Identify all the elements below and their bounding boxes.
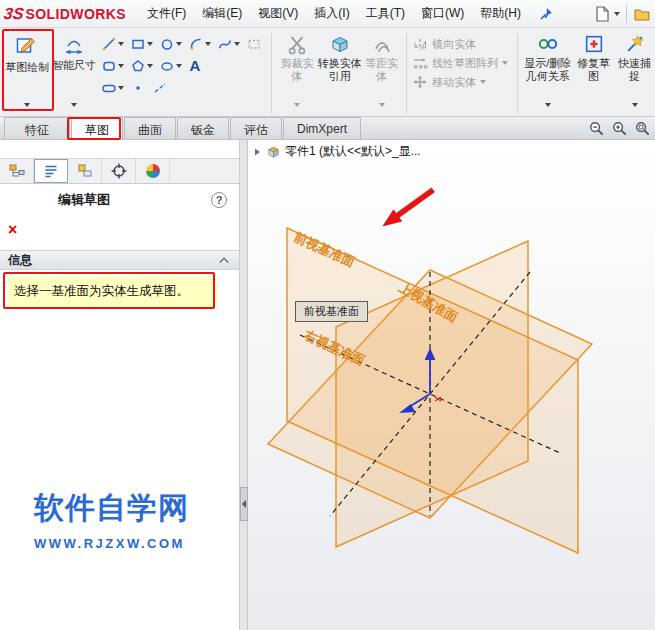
menu-window[interactable]: 窗口(W) bbox=[414, 1, 471, 26]
linear-pattern-dropdown-icon bbox=[502, 61, 508, 65]
new-document-icon[interactable] bbox=[593, 5, 611, 23]
zoom-out-icon[interactable] bbox=[588, 120, 605, 137]
circle-dropdown-icon[interactable] bbox=[176, 42, 182, 46]
feature-tree-root[interactable]: 零件1 (默认<<默认>_显... bbox=[252, 143, 421, 160]
3ds-logo-icon: 3S bbox=[3, 5, 25, 23]
displaymanager-tab-icon bbox=[144, 162, 162, 180]
move-entities-button[interactable]: 移动实体 bbox=[412, 74, 511, 90]
sketch-icon bbox=[14, 33, 40, 59]
ribbon-divider bbox=[406, 33, 407, 113]
tab-sketch[interactable]: 草图 bbox=[71, 117, 123, 139]
open-document-icon[interactable] bbox=[633, 5, 651, 23]
tree-expand-icon[interactable] bbox=[252, 147, 262, 157]
solidworks-logo: 3S SOLIDWORKS bbox=[4, 5, 126, 23]
zoom-area-icon[interactable] bbox=[634, 120, 651, 137]
relations-dropdown-icon[interactable] bbox=[545, 103, 551, 107]
spline-tool[interactable] bbox=[215, 34, 242, 54]
sketch-dropdown-icon[interactable] bbox=[24, 103, 30, 107]
message-group-header[interactable]: 信息 bbox=[0, 250, 239, 270]
pin-menu-icon[interactable] bbox=[538, 6, 554, 22]
status-message: 选择一基准面为实体生成草图。 bbox=[8, 276, 217, 307]
move-entities-label: 移动实体 bbox=[432, 75, 476, 90]
ellipse-tool[interactable] bbox=[157, 56, 184, 76]
polygon-dropdown-icon[interactable] bbox=[147, 64, 153, 68]
tabbar-spacer bbox=[362, 117, 588, 139]
configurationmanager-tab[interactable] bbox=[68, 159, 102, 183]
mirror-entities-button[interactable]: 镜向实体 bbox=[412, 36, 511, 52]
collapse-arrow-icon bbox=[242, 500, 246, 508]
rectangle-dropdown-icon[interactable] bbox=[147, 42, 153, 46]
titlebar-quick-toolbar bbox=[593, 5, 651, 23]
featuremanager-tab-icon bbox=[8, 162, 26, 180]
titlebar: 3S SOLIDWORKS 文件(F) 编辑(E) 视图(V) 插入(I) 工具… bbox=[0, 0, 655, 28]
tab-features[interactable]: 特征 bbox=[4, 117, 70, 139]
trim-entities-icon bbox=[286, 33, 308, 55]
menu-view[interactable]: 视图(V) bbox=[251, 1, 305, 26]
polygon-tool[interactable] bbox=[128, 56, 155, 76]
menu-edit[interactable]: 编辑(E) bbox=[195, 1, 249, 26]
tab-dimxpert[interactable]: DimXpert bbox=[283, 117, 361, 139]
line-dropdown-icon[interactable] bbox=[118, 42, 124, 46]
menu-tools[interactable]: 工具(T) bbox=[359, 1, 412, 26]
quick-snaps-button[interactable]: 快速捕捉 bbox=[614, 30, 655, 110]
rounded-rectangle-tool[interactable] bbox=[99, 56, 126, 76]
cancel-button[interactable]: × bbox=[8, 222, 17, 238]
repair-sketch-icon bbox=[583, 33, 605, 55]
manager-tab-strip bbox=[0, 158, 239, 184]
tab-evaluate[interactable]: 评估 bbox=[230, 117, 282, 139]
dimxpertmanager-tab[interactable] bbox=[102, 159, 136, 183]
configurationmanager-tab-icon bbox=[76, 162, 94, 180]
slot-tool[interactable] bbox=[99, 78, 126, 98]
new-document-dropdown-icon[interactable] bbox=[614, 12, 620, 16]
solidworks-window: 3S SOLIDWORKS 文件(F) 编辑(E) 视图(V) 插入(I) 工具… bbox=[0, 0, 655, 630]
arc-dropdown-icon[interactable] bbox=[205, 42, 211, 46]
repair-sketch-button[interactable]: 修复草图 bbox=[573, 30, 614, 110]
propertymanager-tab[interactable] bbox=[34, 159, 68, 183]
plane-tooltip: 前视基准面 bbox=[295, 301, 368, 322]
slot-dropdown-icon[interactable] bbox=[118, 86, 124, 90]
collapse-chevron-icon[interactable] bbox=[217, 255, 231, 265]
panel-collapse-handle[interactable] bbox=[240, 487, 248, 521]
tab-sheet-metal[interactable]: 钣金 bbox=[177, 117, 229, 139]
part-name: 零件1 (默认<<默认>_显... bbox=[285, 143, 421, 160]
linear-sketch-pattern-button[interactable]: 线性草图阵列 bbox=[412, 55, 511, 71]
help-icon[interactable]: ? bbox=[211, 192, 227, 208]
graphics-scene[interactable]: 前视基准面 上视基准面 右视基准面 bbox=[248, 140, 655, 630]
smart-dimension-dropdown-icon[interactable] bbox=[71, 103, 77, 107]
smart-dimension-button[interactable]: 智能尺寸 bbox=[52, 30, 97, 110]
tab-surfaces[interactable]: 曲面 bbox=[124, 117, 176, 139]
graphics-viewport[interactable]: 零件1 (默认<<默认>_显... bbox=[248, 140, 655, 630]
offset-entities-button[interactable]: 等距实体 bbox=[362, 30, 401, 110]
featuremanager-tab[interactable] bbox=[0, 159, 34, 183]
displaymanager-tab[interactable] bbox=[136, 159, 170, 183]
arc-tool[interactable] bbox=[186, 34, 213, 54]
point-tool[interactable] bbox=[128, 78, 148, 98]
property-manager-panel: 编辑草图 ? × 信息 选择一基准面为实体生成草图。 软件自学网 WWW.RJZ… bbox=[0, 140, 240, 630]
rectangle-tool[interactable] bbox=[128, 34, 155, 54]
menu-file[interactable]: 文件(F) bbox=[140, 1, 193, 26]
circle-tool[interactable] bbox=[157, 34, 184, 54]
ellipse-dropdown-icon[interactable] bbox=[176, 64, 182, 68]
convert-entities-button[interactable]: 转换实体引用 bbox=[317, 30, 362, 110]
trim-entities-button[interactable]: 剪裁实体 bbox=[276, 30, 317, 110]
linear-pattern-label: 线性草图阵列 bbox=[432, 56, 498, 71]
quick-snaps-dropdown-icon[interactable] bbox=[632, 103, 638, 107]
view-tools bbox=[588, 117, 655, 139]
menu-help[interactable]: 帮助(H) bbox=[473, 1, 528, 26]
centerline-tool[interactable] bbox=[150, 78, 170, 98]
display-delete-relations-button[interactable]: 显示/删除几何关系 bbox=[523, 30, 574, 110]
text-tool[interactable]: A bbox=[186, 56, 205, 76]
rounded-rectangle-dropdown-icon[interactable] bbox=[118, 64, 124, 68]
menu-insert[interactable]: 插入(I) bbox=[307, 1, 356, 26]
spline-dropdown-icon[interactable] bbox=[234, 42, 240, 46]
construction-rectangle-tool[interactable] bbox=[244, 34, 264, 54]
line-tool[interactable] bbox=[99, 34, 126, 54]
sketch-entities-grid: A bbox=[99, 30, 264, 98]
zoom-fit-icon[interactable] bbox=[611, 120, 628, 137]
panel-title: 编辑草图 bbox=[58, 191, 110, 209]
text-tool-icon: A bbox=[188, 58, 203, 74]
linear-pattern-icon bbox=[412, 55, 428, 71]
sketch-button[interactable]: 草图绘制 bbox=[3, 30, 52, 110]
panel-splitter[interactable] bbox=[240, 140, 248, 630]
pattern-tools-stack: 镜向实体 线性草图阵列 移动实体 bbox=[412, 30, 511, 90]
